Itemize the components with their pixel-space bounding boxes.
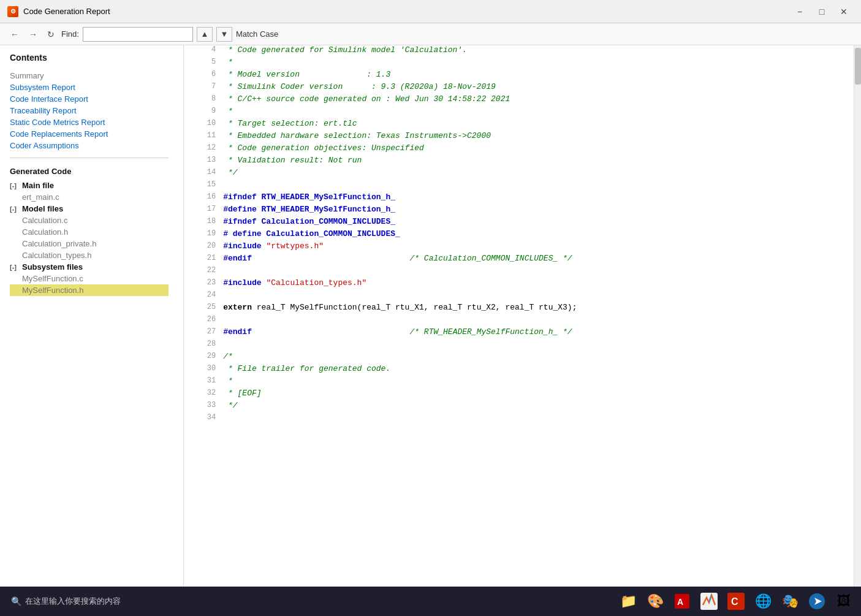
line-number: 7 (184, 82, 223, 94)
sidebar-link-code-replacements[interactable]: Code Replacements Report (10, 128, 169, 140)
svg-text:A: A (677, 597, 683, 607)
vertical-scrollbar[interactable] (854, 45, 861, 587)
line-number: 28 (184, 340, 223, 352)
table-row: 14 */ (184, 168, 854, 180)
match-case-label: Match Case (236, 29, 278, 39)
taskbar-app-matlab[interactable] (697, 589, 721, 614)
table-row: 7 * Simulink Coder version : 9.3 (R2020a… (184, 82, 854, 94)
line-number: 15 (184, 180, 223, 192)
contents-title: Contents (10, 53, 169, 63)
code-content: */ (223, 401, 854, 413)
code-content: #ifndef Calculation_COMMON_INCLUDES_ (223, 217, 854, 229)
taskbar-app-chrome[interactable]: 🌐 (751, 589, 775, 614)
line-number: 19 (184, 229, 223, 241)
code-content: * [EOF] (223, 389, 854, 401)
generated-code-title: Generated Code (10, 167, 169, 176)
app-icon: ⚙ (7, 6, 18, 17)
search-text: 在这里输入你要搜索的内容 (25, 596, 121, 607)
minimize-button[interactable]: − (790, 4, 810, 19)
code-content: */ (223, 168, 854, 180)
line-number: 25 (184, 303, 223, 315)
line-number: 33 (184, 401, 223, 413)
taskbar-search[interactable]: 🔍 在这里输入你要搜索的内容 (5, 593, 127, 609)
sidebar-link-static-code[interactable]: Static Code Metrics Report (10, 116, 169, 128)
table-row: 21#endif /* Calculation_COMMON_INCLUDES_… (184, 254, 854, 266)
file-mysf-h[interactable]: MySelfFunction.h (10, 284, 169, 296)
code-content (223, 180, 854, 192)
file-mysf-c[interactable]: MySelfFunction.c (10, 273, 169, 284)
line-number: 6 (184, 70, 223, 82)
file-calc-types[interactable]: Calculation_types.h (10, 249, 169, 261)
line-number: 5 (184, 58, 223, 70)
code-content (223, 340, 854, 352)
line-number: 10 (184, 119, 223, 131)
line-number: 32 (184, 389, 223, 401)
table-row: 11 * Embedded hardware selection: Texas … (184, 131, 854, 143)
search-icon: 🔍 (11, 596, 21, 606)
model-files-toggle[interactable]: [-] (10, 205, 22, 213)
back-button[interactable]: ← (7, 28, 22, 41)
subsystem-files-toggle[interactable]: [-] (10, 264, 22, 271)
main-area: Contents Summary Subsystem Report Code I… (0, 45, 861, 587)
model-files-section: [-] Model files (10, 203, 169, 215)
window-title: Code Generation Report (23, 7, 110, 16)
code-content: #include "rtwtypes.h" (223, 241, 854, 254)
sidebar-link-summary[interactable]: Summary (10, 70, 169, 82)
line-number: 27 (184, 327, 223, 340)
taskbar-app-files[interactable]: 📁 (616, 589, 640, 614)
table-row: 4 * Code generated for Simulink model 'C… (184, 45, 854, 58)
toolbar: ← → ↻ Find: ▲ ▼ Match Case (0, 23, 861, 45)
forward-button[interactable]: → (26, 28, 40, 41)
find-input[interactable] (83, 27, 193, 42)
table-row: 18#ifndef Calculation_COMMON_INCLUDES_ (184, 217, 854, 229)
file-calc-h[interactable]: Calculation.h (10, 226, 169, 238)
code-content (223, 291, 854, 303)
file-calc-private[interactable]: Calculation_private.h (10, 238, 169, 249)
taskbar-app-red[interactable]: C (724, 589, 748, 614)
table-row: 28 (184, 340, 854, 352)
table-row: 19# define Calculation_COMMON_INCLUDES_ (184, 229, 854, 241)
taskbar-app-arrow[interactable] (805, 589, 829, 614)
table-row: 31 * (184, 376, 854, 389)
sidebar-link-traceability[interactable]: Traceability Report (10, 105, 169, 116)
code-content (223, 315, 854, 327)
subsystem-files-label: Subsystem files (22, 262, 83, 272)
code-scroll[interactable]: 4 * Code generated for Simulink model 'C… (184, 45, 854, 587)
taskbar-app-acrobat[interactable]: A (670, 589, 694, 614)
line-number: 13 (184, 156, 223, 168)
line-number: 16 (184, 192, 223, 205)
line-number: 4 (184, 45, 223, 58)
line-number: 14 (184, 168, 223, 180)
taskbar-app-palette[interactable]: 🎭 (778, 589, 802, 614)
table-row: 33 */ (184, 401, 854, 413)
main-file-toggle[interactable]: [-] (10, 182, 22, 189)
table-row: 26 (184, 315, 854, 327)
code-content: * Model version : 1.3 (223, 70, 854, 82)
code-content: #include "Calculation_types.h" (223, 278, 854, 291)
file-calc-c[interactable]: Calculation.c (10, 215, 169, 226)
sidebar-link-subsystem[interactable]: Subsystem Report (10, 82, 169, 93)
line-number: 34 (184, 413, 223, 425)
refresh-button[interactable]: ↻ (44, 28, 58, 41)
sidebar-divider (10, 158, 169, 158)
scroll-thumb[interactable] (855, 48, 861, 85)
code-content: * (223, 58, 854, 70)
table-row: 27#endif /* RTW_HEADER_MySelfFunction_h_… (184, 327, 854, 340)
maximize-button[interactable]: □ (812, 4, 832, 19)
close-button[interactable]: ✕ (834, 4, 854, 19)
find-next-button[interactable]: ▼ (216, 27, 232, 42)
table-row: 6 * Model version : 1.3 (184, 70, 854, 82)
line-number: 12 (184, 143, 223, 156)
file-ert-main[interactable]: ert_main.c (10, 191, 169, 203)
sidebar-link-coder-assumptions[interactable]: Coder Assumptions (10, 140, 169, 151)
taskbar-app-photos[interactable]: 🖼 (832, 589, 856, 614)
line-number: 8 (184, 94, 223, 107)
taskbar: 🔍 在这里输入你要搜索的内容 📁 🎨 A C 🌐 🎭 🖼 (0, 587, 861, 616)
sidebar-link-code-interface[interactable]: Code Interface Report (10, 93, 169, 105)
code-content (223, 266, 854, 278)
taskbar-app-paint[interactable]: 🎨 (643, 589, 667, 614)
find-prev-button[interactable]: ▲ (197, 27, 213, 42)
sidebar: Contents Summary Subsystem Report Code I… (0, 45, 184, 587)
table-row: 32 * [EOF] (184, 389, 854, 401)
code-content: * Embedded hardware selection: Texas Ins… (223, 131, 854, 143)
